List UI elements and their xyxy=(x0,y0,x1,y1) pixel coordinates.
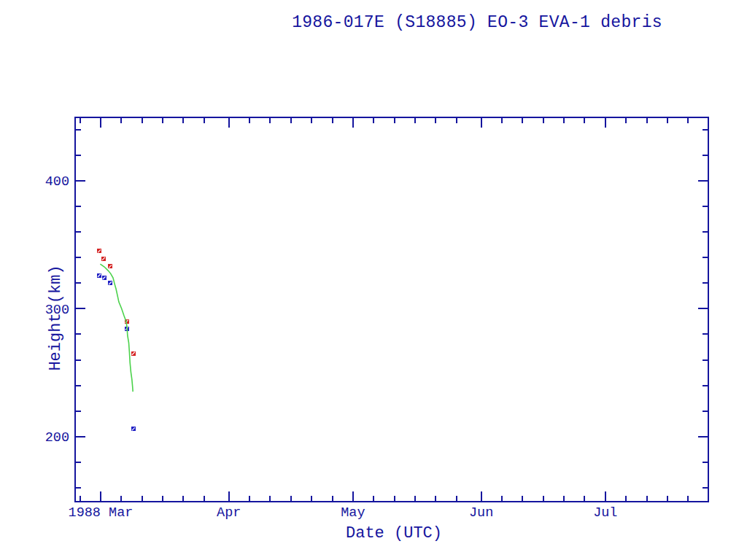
x-tick-label: Jul xyxy=(593,505,617,521)
y-tick-label: 200 xyxy=(45,430,69,446)
x-tick-label: 1988 Mar xyxy=(69,505,133,521)
x-tick-label: Jun xyxy=(469,505,493,521)
plot-border xyxy=(75,117,708,502)
chart-canvas: 1986-017E (S18885) EO-3 EVA-1 debris Hei… xyxy=(0,0,747,560)
y-tick-label: 300 xyxy=(45,303,69,318)
plot-area: 1988 MarAprMayJunJul200300400 xyxy=(0,0,747,560)
x-tick-label: May xyxy=(341,505,365,521)
y-tick-label: 400 xyxy=(45,174,69,190)
x-tick-label: Apr xyxy=(217,505,241,521)
